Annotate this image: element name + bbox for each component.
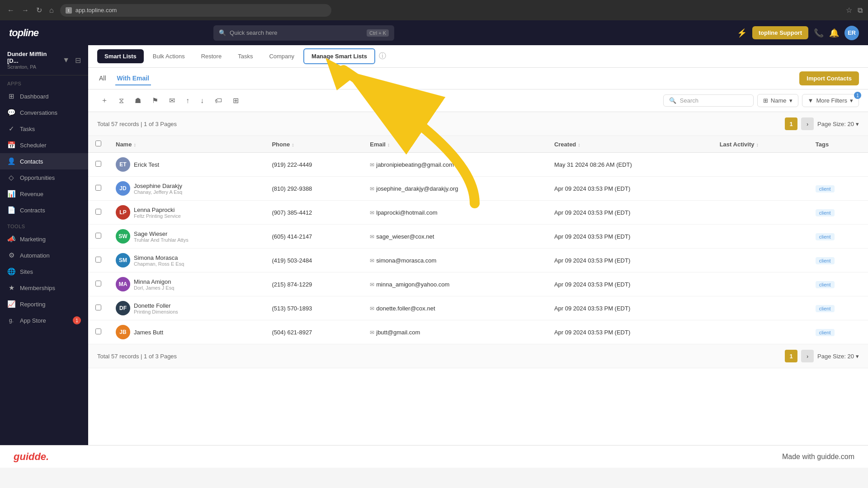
sidebar-item-automation[interactable]: ⚙ Automation (0, 247, 88, 263)
contact-name-cell[interactable]: JB James Butt (108, 320, 264, 344)
table-row[interactable]: SW Sage Wieser Truhlar And Truhlar Attys… (88, 225, 868, 249)
col-phone[interactable]: Phone↕ (264, 136, 363, 153)
row-checkbox[interactable] (95, 185, 101, 191)
tab-bulk-actions[interactable]: Bulk Actions (146, 49, 192, 63)
filter-tab-with-email[interactable]: With Email (115, 72, 151, 85)
row-checkbox-cell[interactable] (88, 201, 108, 225)
dashboard-icon: ⊞ (7, 92, 15, 100)
lightning-icon[interactable]: ⚡ (737, 28, 747, 38)
assign-button[interactable]: ☗ (131, 94, 145, 108)
tag-button[interactable]: 🏷 (211, 94, 226, 108)
import-icon-button[interactable]: ↓ (197, 94, 208, 108)
bookmark-icon[interactable]: ☆ (846, 6, 852, 14)
col-tags[interactable]: Tags (808, 136, 868, 153)
table-row[interactable]: JD Josephine Darakjy Chanay, Jeffery A E… (88, 177, 868, 201)
row-checkbox-cell[interactable] (88, 225, 108, 249)
table-row[interactable]: DF Donette Foller Printing Dimensions (5… (88, 296, 868, 320)
next-page-bottom[interactable]: › (801, 350, 814, 362)
contact-name: Josephine Darakjy (134, 183, 182, 189)
sidebar-item-conversations[interactable]: 💬 Conversations (0, 104, 88, 121)
phone-icon[interactable]: 📞 (814, 28, 824, 38)
tab-manage-smart-lists[interactable]: Manage Smart Lists (303, 48, 375, 64)
row-checkbox[interactable] (95, 305, 101, 310)
sidebar-item-sites[interactable]: 🌐 Sites (0, 263, 88, 280)
tab-help-icon[interactable]: ⓘ (379, 52, 386, 61)
row-checkbox[interactable] (95, 281, 101, 286)
table-row[interactable]: JB James Butt (504) 621-8927 ✉jbutt@gmai… (88, 320, 868, 344)
row-checkbox[interactable] (95, 233, 101, 239)
row-checkbox[interactable] (95, 328, 101, 334)
row-checkbox-cell[interactable] (88, 296, 108, 320)
row-checkbox-cell[interactable] (88, 177, 108, 201)
global-search[interactable]: 🔍 Quick search here Ctrl + K (213, 25, 394, 41)
bell-icon[interactable]: 🔔 (829, 28, 839, 38)
contact-name-cell[interactable]: LP Lenna Paprocki Feltz Printing Service (108, 201, 264, 225)
extensions-icon[interactable]: ⧉ (858, 6, 863, 14)
sidebar-item-memberships[interactable]: ★ Memberships (0, 280, 88, 296)
filter-tab-all[interactable]: All (97, 72, 108, 85)
contact-name-cell[interactable]: SW Sage Wieser Truhlar And Truhlar Attys (108, 225, 264, 249)
sidebar-item-appstore[interactable]: g. App Store 1 (0, 312, 88, 328)
row-checkbox-cell[interactable] (88, 249, 108, 272)
sidebar-item-scheduler[interactable]: 📅 Scheduler (0, 137, 88, 153)
col-email[interactable]: Email↕ (363, 136, 547, 153)
tab-smart-lists[interactable]: Smart Lists (97, 49, 144, 63)
sidebar-collapse[interactable]: ⊟ (75, 56, 81, 65)
support-button[interactable]: topline Support (752, 26, 808, 39)
sidebar-item-revenue[interactable]: 📊 Revenue (0, 186, 88, 202)
page-size-top[interactable]: Page Size: 20 ▾ (817, 121, 859, 127)
row-checkbox[interactable] (95, 209, 101, 215)
sidebar-item-marketing[interactable]: 📣 Marketing (0, 231, 88, 247)
export-button[interactable]: ↑ (182, 94, 193, 108)
more-filters-button[interactable]: ▼ More Filters ▾ 1 (802, 94, 859, 107)
add-contact-button[interactable]: ＋ (97, 93, 112, 108)
row-checkbox-cell[interactable] (88, 153, 108, 177)
tab-restore[interactable]: Restore (194, 49, 229, 63)
filter-contacts-button[interactable]: ⧖ (115, 94, 127, 108)
columns-selector[interactable]: ⊞ Name ▾ (757, 94, 798, 107)
contact-name-cell[interactable]: ET Erick Test (108, 153, 264, 177)
browser-back[interactable]: ← (5, 5, 16, 15)
contact-name-cell[interactable]: DF Donette Foller Printing Dimensions (108, 296, 264, 320)
sidebar-item-contacts[interactable]: 👤 Contacts (0, 153, 88, 169)
next-page-top[interactable]: › (801, 117, 814, 130)
email-button[interactable]: ✉ (165, 94, 179, 108)
table-row[interactable]: LP Lenna Paprocki Feltz Printing Service… (88, 201, 868, 225)
table-row[interactable]: SM Simona Morasca Chapman, Ross E Esq (4… (88, 249, 868, 272)
tab-tasks[interactable]: Tasks (231, 49, 260, 63)
select-all-checkbox[interactable] (95, 141, 101, 146)
current-page-bottom[interactable]: 1 (785, 350, 797, 362)
select-all-header[interactable] (88, 136, 108, 153)
import-contacts-button[interactable]: Import Contacts (799, 71, 859, 85)
browser-refresh[interactable]: ↻ (34, 5, 44, 15)
sidebar-item-reporting[interactable]: 📈 Reporting (0, 296, 88, 312)
contact-phone-cell: (605) 414-2147 (264, 225, 363, 249)
browser-home[interactable]: ⌂ (47, 5, 56, 15)
col-created[interactable]: Created↕ (547, 136, 712, 153)
user-avatar[interactable]: ER (844, 26, 859, 40)
sidebar-item-tasks[interactable]: ✓ Tasks (0, 121, 88, 137)
row-checkbox-cell[interactable] (88, 320, 108, 344)
tab-company[interactable]: Company (262, 49, 302, 63)
col-last-activity[interactable]: Last Activity↕ (712, 136, 808, 153)
table-row[interactable]: MA Minna Amigon Dorl, James J Esq (215) … (88, 272, 868, 296)
table-search[interactable]: 🔍 Search (663, 94, 754, 107)
merge-button[interactable]: ⊞ (229, 94, 242, 108)
contact-name-cell[interactable]: JD Josephine Darakjy Chanay, Jeffery A E… (108, 177, 264, 201)
browser-addressbar[interactable]: t app.topline.com (60, 4, 331, 17)
row-checkbox[interactable] (95, 257, 101, 263)
table-row[interactable]: ET Erick Test (919) 222-4449 ✉jabronipie… (88, 153, 868, 177)
row-checkbox[interactable] (95, 161, 101, 167)
page-size-bottom[interactable]: Page Size: 20 ▾ (817, 353, 859, 360)
sidebar-item-opportunities[interactable]: ◇ Opportunities (0, 169, 88, 186)
contact-name-cell[interactable]: MA Minna Amigon Dorl, James J Esq (108, 272, 264, 296)
browser-forward[interactable]: → (20, 5, 31, 15)
row-checkbox-cell[interactable] (88, 272, 108, 296)
sidebar-item-dashboard[interactable]: ⊞ Dashboard (0, 88, 88, 104)
sidebar-toggle[interactable]: ▼ (62, 56, 70, 64)
sidebar-item-contracts[interactable]: 📄 Contracts (0, 202, 88, 218)
contact-name-cell[interactable]: SM Simona Morasca Chapman, Ross E Esq (108, 249, 264, 272)
flag-button[interactable]: ⚑ (148, 94, 162, 108)
current-page-top[interactable]: 1 (785, 117, 797, 130)
col-name[interactable]: Name↕ (108, 136, 264, 153)
